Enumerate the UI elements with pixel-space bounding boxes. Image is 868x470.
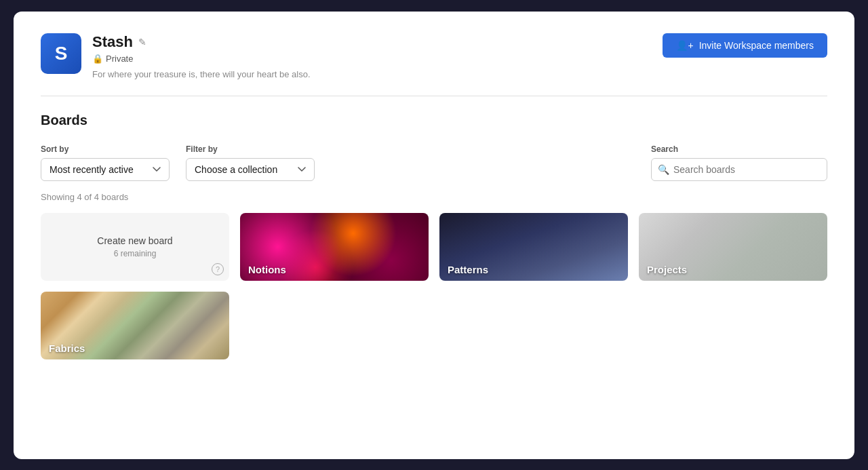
search-group: Search 🔍 — [651, 144, 827, 181]
workspace-info: S Stash ✎ 🔒 Private For where your treas… — [41, 33, 311, 79]
board-notions-label: Notions — [240, 258, 294, 281]
search-input[interactable] — [651, 158, 827, 181]
search-label: Search — [651, 144, 827, 154]
create-board-card[interactable]: Create new board 6 remaining ? — [41, 213, 229, 281]
board-projects-label: Projects — [639, 258, 695, 281]
invite-button[interactable]: 👤+ Invite Workspace members — [663, 33, 827, 58]
board-card-fabrics[interactable]: Fabrics — [41, 292, 229, 359]
boards-section: Boards Sort by Most recently active Alph… — [41, 113, 827, 359]
workspace-name: Stash — [92, 33, 133, 51]
header: S Stash ✎ 🔒 Private For where your treas… — [41, 33, 827, 79]
privacy-label: Private — [106, 54, 133, 64]
sort-select[interactable]: Most recently active Alphabetically Leas… — [41, 158, 170, 181]
lock-icon: 🔒 — [92, 54, 103, 64]
board-patterns-label: Patterns — [439, 258, 496, 281]
search-input-wrapper: 🔍 — [651, 158, 827, 181]
sort-group: Sort by Most recently active Alphabetica… — [41, 144, 170, 181]
workspace-details: Stash ✎ 🔒 Private For where your treasur… — [92, 33, 311, 79]
privacy-row: 🔒 Private — [92, 54, 311, 64]
filter-select[interactable]: Choose a collection — [186, 158, 315, 181]
workspace-name-row: Stash ✎ — [92, 33, 311, 51]
sort-label: Sort by — [41, 144, 170, 154]
header-divider — [41, 96, 827, 96]
boards-grid-row1: Create new board 6 remaining ? Notions P… — [41, 213, 827, 281]
boards-grid-row2: Fabrics — [41, 292, 827, 359]
boards-title: Boards — [41, 113, 827, 128]
filter-label: Filter by — [186, 144, 315, 154]
remaining-label: 6 remaining — [114, 249, 157, 258]
filter-group: Filter by Choose a collection — [186, 144, 315, 181]
showing-count: Showing 4 of 4 boards — [41, 192, 827, 202]
create-board-label: Create new board — [97, 235, 172, 246]
board-fabrics-label: Fabrics — [41, 337, 93, 359]
workspace-description: For where your treasure is, there will y… — [92, 69, 311, 79]
board-card-notions[interactable]: Notions — [240, 213, 429, 281]
workspace-avatar: S — [41, 33, 81, 74]
help-icon[interactable]: ? — [212, 263, 224, 275]
board-card-patterns[interactable]: Patterns — [439, 213, 628, 281]
controls-row: Sort by Most recently active Alphabetica… — [41, 144, 827, 181]
person-plus-icon: 👤+ — [676, 40, 693, 51]
edit-icon[interactable]: ✎ — [138, 37, 146, 47]
board-card-projects[interactable]: Projects — [639, 213, 827, 281]
search-icon: 🔍 — [658, 164, 669, 175]
main-window: S Stash ✎ 🔒 Private For where your treas… — [14, 12, 854, 459]
